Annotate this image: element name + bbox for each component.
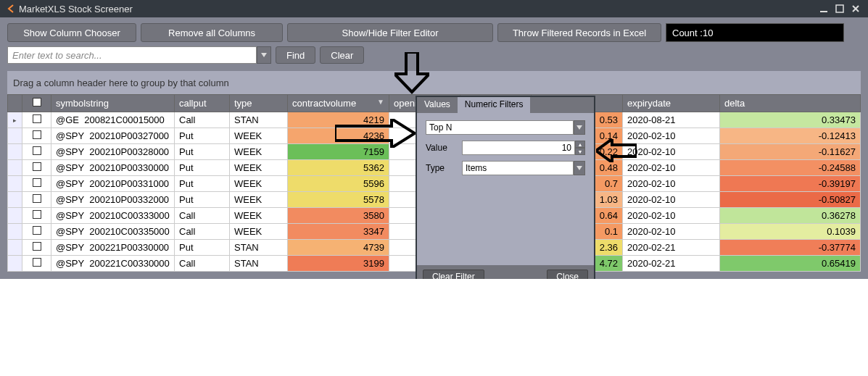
cell-delta: -0.39197 [720,176,861,192]
cell-contractvolume: 4739 [288,240,389,256]
col-contractvolume[interactable]: contractvolume▼ [288,95,389,112]
row-indicator [8,224,22,240]
cell-type: WEEK [230,128,288,144]
clear-button[interactable]: Clear [320,46,364,64]
group-bar[interactable]: Drag a column header here to group by th… [7,71,861,94]
cell-delta: -0.37774 [720,240,861,256]
cell-symbolstring: @SPY 200210P00331000 [51,176,175,192]
cell-delta: 0.65419 [720,256,861,272]
cell-callput: Put [175,128,230,144]
search-input[interactable]: Enter text to search... [7,46,257,64]
show-column-chooser-button[interactable]: Show Column Chooser [7,23,136,42]
spin-up-icon[interactable]: ▲ [575,141,585,148]
value-spinner[interactable]: ▲ ▼ [575,141,585,155]
cell-type: WEEK [230,208,288,224]
cell-contractvolume: 4219 [288,112,389,128]
col-delta[interactable]: delta [720,95,861,112]
filter-icon[interactable]: ▼ [377,98,384,106]
tab-values[interactable]: Values [417,97,458,113]
show-hide-filter-editor-button[interactable]: Show/Hide Filter Editor [287,23,493,42]
col-type[interactable]: type [230,95,288,112]
row-checkbox[interactable] [22,160,51,176]
cell-contractvolume: 4236 [288,128,389,144]
cell-symbolstring: @SPY 200210P00327000 [51,128,175,144]
value-label: Value [426,143,462,153]
tab-numeric-filters[interactable]: Numeric Filters [458,97,531,113]
cell-delta: -0.50827 [720,192,861,208]
popup-tabs: Values Numeric Filters [417,97,594,113]
cell-expirydate: 2020-08-21 [623,112,720,128]
cell-symbolstring: @SPY 200210C00333000 [51,208,175,224]
grid-wrapper: symbolstring callput type contractvolume… [7,94,861,272]
row-checkbox[interactable] [22,224,51,240]
cell-symbolstring: @SPY 200221C00330000 [51,256,175,272]
count-display: Count :10 [666,23,844,42]
close-filter-button[interactable]: Close [547,270,588,279]
value-input[interactable]: 10 [462,141,575,155]
row-checkbox[interactable] [22,192,51,208]
cell-expirydate: 2020-02-10 [623,160,720,176]
cell-symbolstring: @SPY 200210P00328000 [51,144,175,160]
col-callput[interactable]: callput [175,95,230,112]
row-checkbox[interactable] [22,208,51,224]
cell-contractvolume: 5578 [288,192,389,208]
remove-all-columns-button[interactable]: Remove all Columns [141,23,283,42]
cell-symbolstring: @SPY 200210C00335000 [51,224,175,240]
cell-type: WEEK [230,144,288,160]
cell-type: STAN [230,256,288,272]
row-indicator [8,192,22,208]
cell-contractvolume: 7159 [288,144,389,160]
row-checkbox[interactable] [22,128,51,144]
col-expirydate[interactable]: expirydate [623,95,720,112]
row-checkbox[interactable] [22,240,51,256]
cell-callput: Put [175,176,230,192]
cell-delta: -0.11627 [720,144,861,160]
row-indicator [8,144,22,160]
cell-callput: Call [175,256,230,272]
cell-expirydate: 2020-02-21 [623,256,720,272]
cell-callput: Call [175,112,230,128]
spin-down-icon[interactable]: ▼ [575,148,585,155]
numeric-filter-popup: Values Numeric Filters Top N Value 10 ▲ … [416,96,595,279]
row-checkbox[interactable] [22,144,51,160]
row-indicator [8,208,22,224]
cell-contractvolume: 3347 [288,224,389,240]
row-checkbox[interactable] [22,176,51,192]
app-logo-icon [6,4,16,14]
close-icon[interactable] [849,4,862,14]
type-dropdown-icon[interactable] [574,161,585,175]
col-symbolstring[interactable]: symbolstring [51,95,175,112]
row-indicator [8,240,22,256]
cell-type: STAN [230,240,288,256]
throw-filtered-button[interactable]: Throw Filtered Records in Excel [497,23,661,42]
cell-callput: Put [175,192,230,208]
cell-callput: Put [175,144,230,160]
minimize-icon[interactable] [817,4,830,14]
type-label: Type [426,163,462,173]
row-checkbox[interactable] [22,112,51,128]
svg-rect-1 [836,5,843,12]
content-area: Show Column Chooser Remove all Columns S… [0,17,868,279]
row-indicator [8,128,22,144]
filter-type-select[interactable]: Top N [426,120,574,135]
cell-expirydate: 2020-02-10 [623,176,720,192]
search-row: Enter text to search... Find Clear [7,46,861,64]
row-indicator [8,256,22,272]
row-indicator: ▸ [8,112,22,128]
cell-callput: Call [175,224,230,240]
cell-expirydate: 2020-02-10 [623,144,720,160]
filter-type-dropdown-icon[interactable] [574,120,585,135]
type-select[interactable]: Items [462,161,574,175]
cell-type: WEEK [230,160,288,176]
cell-contractvolume: 5362 [288,160,389,176]
cell-callput: Put [175,160,230,176]
titlebar: MarketXLS Stock Screener [0,0,868,17]
clear-filter-button[interactable]: Clear Filter [423,270,484,279]
cell-symbolstring: @SPY 200210P00330000 [51,160,175,176]
search-dropdown-icon[interactable] [257,46,271,64]
select-all-checkbox-header[interactable] [22,95,51,112]
find-button[interactable]: Find [276,46,315,64]
maximize-icon[interactable] [833,4,846,14]
cell-symbolstring: @SPY 200221P00330000 [51,240,175,256]
row-checkbox[interactable] [22,256,51,272]
